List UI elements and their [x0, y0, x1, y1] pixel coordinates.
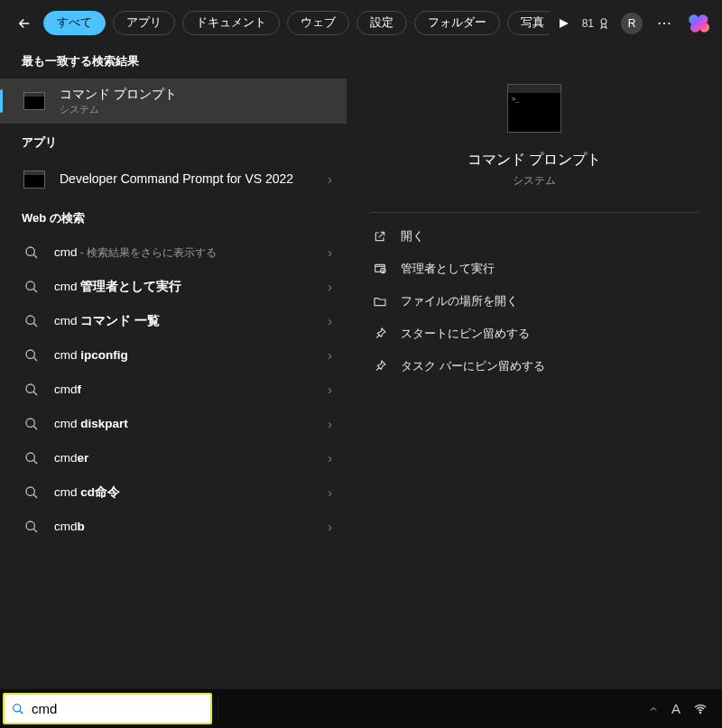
admin-icon [372, 261, 388, 277]
more-filters-button[interactable] [557, 16, 571, 31]
detail-action-4[interactable]: タスク バーにピン留めする [370, 350, 699, 382]
chevron-right-icon: › [328, 280, 332, 294]
search-icon [22, 380, 42, 400]
ime-indicator[interactable]: A [671, 701, 680, 716]
web-result-2[interactable]: cmd コマンド 一覧› [0, 304, 347, 338]
tray-chevron-up-icon[interactable] [648, 704, 659, 714]
search-icon [22, 517, 42, 537]
user-initial: R [628, 17, 636, 30]
filter-tab-1[interactable]: アプリ [113, 11, 175, 35]
svg-line-10 [33, 392, 37, 395]
web-result-4[interactable]: cmdf› [0, 373, 347, 407]
user-avatar[interactable]: R [621, 13, 643, 34]
web-result-7[interactable]: cmd cd命令› [0, 475, 347, 510]
chevron-right-icon: › [328, 451, 332, 465]
filter-tab-5[interactable]: フォルダー [414, 11, 500, 35]
web-result-1[interactable]: cmd 管理者として実行› [0, 270, 347, 304]
svg-line-22 [20, 710, 23, 714]
result-title: cmd - 検索結果をさらに表示する [54, 244, 315, 261]
apps-heading: アプリ [0, 124, 347, 160]
chevron-right-icon: › [328, 348, 332, 363]
action-label: 開く [401, 228, 424, 244]
detail-subtitle: システム [370, 173, 699, 189]
best-match-heading: 最も一致する検索結果 [0, 42, 347, 78]
detail-action-2[interactable]: ファイルの場所を開く [370, 285, 699, 318]
svg-line-18 [33, 529, 37, 532]
svg-point-23 [699, 712, 700, 713]
chevron-right-icon: › [328, 172, 332, 187]
rewards-points[interactable]: 81 [582, 17, 610, 30]
search-icon [22, 277, 42, 297]
wifi-icon[interactable] [693, 702, 708, 716]
svg-point-7 [26, 350, 34, 358]
svg-point-9 [26, 384, 34, 392]
filter-tab-2[interactable]: ドキュメント [182, 11, 280, 35]
search-icon [22, 414, 42, 434]
svg-point-17 [26, 521, 34, 530]
filter-tab-6[interactable]: 写真 [507, 11, 550, 35]
action-label: スタートにピン留めする [401, 326, 530, 342]
chevron-right-icon: › [328, 520, 332, 534]
result-title: Developer Command Prompt for VS 2022 [60, 170, 315, 188]
more-options-button[interactable]: ⋯ [653, 13, 675, 34]
filter-tab-3[interactable]: ウェブ [287, 11, 349, 35]
svg-point-1 [26, 247, 34, 255]
web-result-8[interactable]: cmdb› [0, 510, 347, 544]
result-title: cmd ipconfig [54, 347, 315, 364]
svg-point-15 [26, 487, 34, 495]
svg-point-5 [26, 316, 34, 324]
svg-point-11 [26, 419, 34, 427]
result-subtitle: システム [60, 103, 332, 116]
result-title: cmd diskpart [54, 416, 315, 432]
chevron-right-icon: › [328, 382, 332, 397]
filter-tab-4[interactable]: 設定 [356, 11, 407, 35]
result-title: cmd cd命令 [54, 484, 315, 501]
result-title: コマンド プロンプト [60, 86, 332, 103]
search-icon [22, 346, 42, 365]
folder-icon [372, 293, 388, 309]
svg-point-3 [26, 281, 34, 290]
svg-line-8 [33, 357, 37, 361]
pin-icon [372, 358, 388, 374]
copilot-icon[interactable] [686, 12, 709, 35]
web-result-5[interactable]: cmd diskpart› [0, 407, 347, 441]
pin-icon [372, 326, 388, 342]
action-label: 管理者として実行 [401, 261, 495, 277]
svg-line-14 [33, 460, 37, 464]
taskbar: A [0, 689, 722, 728]
result-title: cmdb [54, 519, 315, 535]
command-prompt-icon [22, 88, 47, 114]
chevron-right-icon: › [328, 245, 332, 260]
search-icon [22, 448, 42, 468]
chevron-right-icon: › [328, 485, 332, 500]
search-icon [22, 243, 42, 263]
svg-line-2 [33, 254, 37, 258]
action-label: ファイルの場所を開く [401, 293, 518, 309]
taskbar-search-input[interactable] [32, 701, 203, 716]
detail-title: コマンド プロンプト [370, 151, 699, 170]
chevron-right-icon: › [328, 417, 332, 431]
svg-line-6 [33, 323, 37, 327]
chevron-right-icon: › [328, 314, 332, 328]
svg-line-4 [33, 289, 37, 292]
web-result-3[interactable]: cmd ipconfig› [0, 338, 347, 373]
filter-tab-0[interactable]: すべて [43, 11, 106, 35]
taskbar-search-box[interactable] [3, 693, 212, 724]
search-icon [12, 702, 24, 716]
taskbar-divider [218, 696, 218, 722]
detail-action-1[interactable]: 管理者として実行 [370, 253, 699, 285]
result-title: cmd 管理者として実行 [54, 279, 315, 295]
open-icon [372, 228, 388, 244]
app-result-0[interactable]: Developer Command Prompt for VS 2022› [0, 160, 347, 199]
web-result-0[interactable]: cmd - 検索結果をさらに表示する› [0, 235, 347, 270]
svg-line-12 [33, 426, 37, 429]
svg-point-13 [26, 453, 34, 461]
back-button[interactable] [13, 12, 36, 35]
web-result-6[interactable]: cmder› [0, 441, 347, 475]
search-icon [22, 311, 42, 331]
detail-action-3[interactable]: スタートにピン留めする [370, 318, 699, 350]
result-title: cmd コマンド 一覧 [54, 313, 315, 329]
detail-action-0[interactable]: 開く [370, 220, 699, 253]
result-command-prompt[interactable]: コマンド プロンプト システム [0, 78, 347, 124]
svg-line-16 [33, 494, 37, 498]
